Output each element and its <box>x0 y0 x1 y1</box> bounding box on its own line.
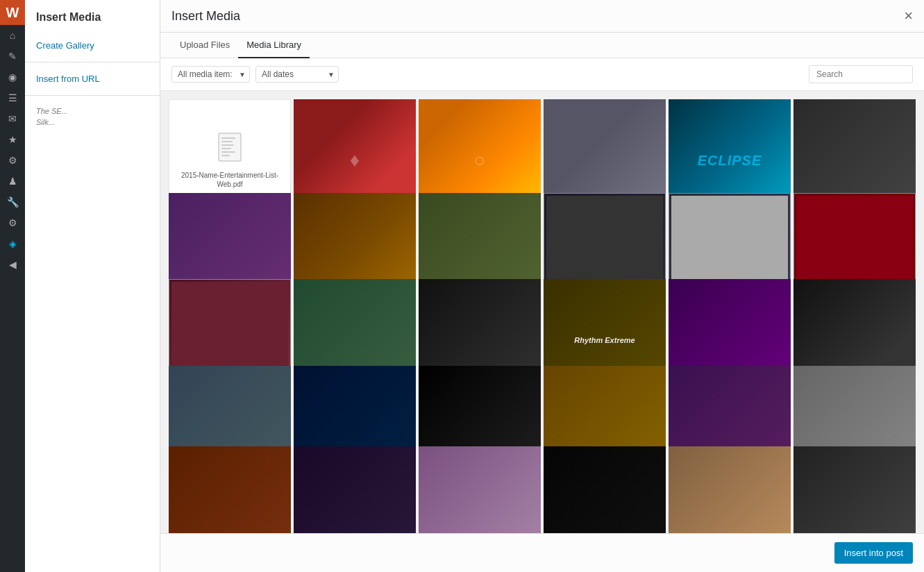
divider2 <box>25 95 160 96</box>
dialog-header: Insert Media × <box>160 0 924 33</box>
svg-rect-6 <box>221 155 230 156</box>
insert-from-url-link[interactable]: Insert from URL <box>25 68 160 90</box>
svg-rect-3 <box>221 144 234 146</box>
icon-sidebar: W ⌂ ✎ ◉ ☰ ✉ ★ ⚙ ♟ 🔧 ⚙ ◈ ◀ <box>0 0 25 572</box>
svg-rect-4 <box>221 148 231 149</box>
create-gallery-link[interactable]: Create Gallery <box>25 35 160 56</box>
media-icon[interactable]: ◉ <box>0 67 25 87</box>
dialog-header-title: Insert Media <box>171 9 240 24</box>
plugins-icon[interactable]: ⚙ <box>0 150 25 171</box>
divider <box>25 62 160 62</box>
media-item[interactable] <box>294 446 416 533</box>
insert-into-post-button[interactable]: Insert into post <box>834 542 913 564</box>
users-icon[interactable]: ♟ <box>0 171 25 192</box>
svg-rect-5 <box>221 151 235 153</box>
modal-main-panel: Insert Media × Upload Files Media Librar… <box>160 0 924 572</box>
svg-rect-2 <box>221 141 233 142</box>
pdf-filename: 2015-Name-Entertainment-List-Web.pdf <box>175 171 285 189</box>
sidebar-item-1: The SE... <box>36 107 149 115</box>
close-button[interactable]: × <box>904 8 913 24</box>
media-grid: 2015-Name-Entertainment-List-Web.pdf ♦ ○… <box>160 91 924 533</box>
network-icon[interactable]: ◈ <box>0 233 25 254</box>
sidebar-item-2: Silk... <box>36 118 149 126</box>
date-select[interactable]: All dates January 2015 December 2014 Nov… <box>255 66 339 83</box>
tab-media-library[interactable]: Media Library <box>238 33 310 58</box>
modal-left-panel: Insert Media Create Gallery Insert from … <box>25 0 160 572</box>
media-item[interactable] <box>793 446 916 533</box>
media-item[interactable] <box>419 446 541 533</box>
settings-icon[interactable]: ⚙ <box>0 212 25 233</box>
media-item[interactable] <box>669 446 791 533</box>
media-item[interactable] <box>169 446 291 533</box>
filter-select-wrap: All media item: Images Audio Video Docum… <box>171 66 250 83</box>
tabs-bar: Upload Files Media Library <box>160 33 924 58</box>
media-item[interactable] <box>544 446 666 533</box>
tools-icon[interactable]: 🔧 <box>0 192 25 212</box>
tab-upload[interactable]: Upload Files <box>171 33 238 58</box>
dashboard-icon[interactable]: ⌂ <box>0 25 25 46</box>
dialog-footer: Insert into post <box>160 533 924 572</box>
sidebar-section-label: The SE... Silk... <box>25 101 160 132</box>
modal-title: Insert Media <box>25 11 160 35</box>
modal-overlay: Insert Media Create Gallery Insert from … <box>25 0 924 572</box>
main-content: Insert Media Create Gallery Insert from … <box>25 0 924 572</box>
wp-logo-icon: W <box>0 0 25 25</box>
collapse-icon[interactable]: ◀ <box>0 254 25 275</box>
comments-icon[interactable]: ✉ <box>0 108 25 129</box>
search-input[interactable] <box>809 65 913 83</box>
date-select-wrap: All dates January 2015 December 2014 Nov… <box>255 66 339 83</box>
edit-icon[interactable]: ✎ <box>0 46 25 67</box>
appearance-icon[interactable]: ★ <box>0 129 25 150</box>
filter-select[interactable]: All media item: Images Audio Video Docum… <box>171 66 250 83</box>
media-toolbar: All media item: Images Audio Video Docum… <box>160 58 924 91</box>
pages-icon[interactable]: ☰ <box>0 87 25 108</box>
svg-rect-1 <box>221 137 235 139</box>
pdf-icon <box>217 132 242 167</box>
